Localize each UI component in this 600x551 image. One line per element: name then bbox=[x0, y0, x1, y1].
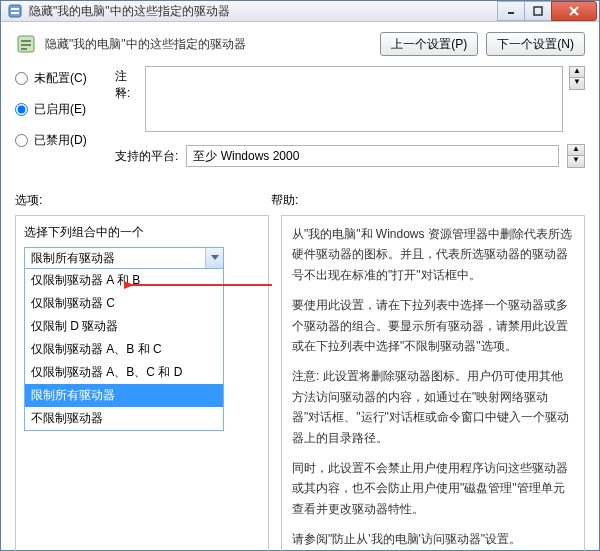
help-label: 帮助: bbox=[271, 192, 298, 209]
platform-label: 支持的平台: bbox=[115, 148, 178, 165]
radio-disabled[interactable]: 已禁用(D) bbox=[15, 132, 107, 149]
radio-label: 已禁用(D) bbox=[34, 132, 87, 149]
dropdown-item[interactable]: 仅限制驱动器 A、B、C 和 D bbox=[25, 361, 223, 384]
window-title: 隐藏"我的电脑"中的这些指定的驱动器 bbox=[29, 3, 498, 20]
help-panel: 从"我的电脑"和 Windows 资源管理器中删除代表所选硬件驱动器的图标。并且… bbox=[281, 215, 585, 551]
svg-rect-1 bbox=[11, 8, 19, 10]
lower-panels: 选择下列组合中的一个 限制所有驱动器 仅限制驱动器 A 和 B 仅限制驱动器 C… bbox=[15, 215, 585, 551]
combo-display[interactable]: 限制所有驱动器 bbox=[24, 247, 224, 269]
radio-enabled[interactable]: 已启用(E) bbox=[15, 101, 107, 118]
dropdown-item[interactable]: 限制所有驱动器 bbox=[25, 384, 223, 407]
dropdown-item[interactable]: 仅限制驱动器 C bbox=[25, 292, 223, 315]
options-label: 选项: bbox=[15, 192, 271, 209]
svg-rect-0 bbox=[9, 5, 21, 17]
dropdown-item[interactable]: 仅限制 D 驱动器 bbox=[25, 315, 223, 338]
dropdown-item[interactable]: 仅限制驱动器 A 和 B bbox=[25, 269, 223, 292]
svg-rect-4 bbox=[534, 7, 542, 15]
restrict-drives-combo[interactable]: 限制所有驱动器 仅限制驱动器 A 和 B 仅限制驱动器 C 仅限制 D 驱动器 … bbox=[24, 247, 224, 269]
svg-line-6 bbox=[570, 7, 578, 15]
header-row: 隐藏"我的电脑"中的这些指定的驱动器 上一个设置(P) 下一个设置(N) bbox=[15, 32, 585, 56]
close-button[interactable] bbox=[551, 1, 597, 21]
help-text: 要使用此设置，请在下拉列表中选择一个驱动器或多个驱动器的组合。要显示所有驱动器，… bbox=[292, 295, 574, 356]
comment-textarea[interactable] bbox=[145, 66, 563, 132]
policy-editor-window: 隐藏"我的电脑"中的这些指定的驱动器 隐藏"我的电脑"中的这些指定的驱动器 上一… bbox=[0, 0, 600, 551]
content-area: 隐藏"我的电脑"中的这些指定的驱动器 上一个设置(P) 下一个设置(N) 未配置… bbox=[1, 22, 599, 551]
radio-label: 已启用(E) bbox=[34, 101, 86, 118]
window-buttons bbox=[498, 1, 597, 21]
section-labels: 选项: 帮助: bbox=[15, 192, 585, 209]
combo-value: 限制所有驱动器 bbox=[31, 250, 115, 267]
comment-label: 注释: bbox=[115, 66, 139, 132]
titlebar: 隐藏"我的电脑"中的这些指定的驱动器 bbox=[1, 1, 599, 22]
help-text: 从"我的电脑"和 Windows 资源管理器中删除代表所选硬件驱动器的图标。并且… bbox=[292, 224, 574, 285]
minimize-button[interactable] bbox=[497, 1, 525, 21]
combo-dropdown: 仅限制驱动器 A 和 B 仅限制驱动器 C 仅限制 D 驱动器 仅限制驱动器 A… bbox=[24, 269, 224, 431]
svg-rect-2 bbox=[11, 12, 19, 14]
help-text: 请参阅"防止从'我的电脑'访问驱动器"设置。 bbox=[292, 529, 574, 549]
svg-line-5 bbox=[570, 7, 578, 15]
chevron-down-icon bbox=[205, 248, 223, 268]
state-radios: 未配置(C) 已启用(E) 已禁用(D) bbox=[15, 66, 107, 149]
comment-spinner: ▲ ▼ bbox=[569, 66, 585, 132]
maximize-button[interactable] bbox=[524, 1, 552, 21]
upper-form: 未配置(C) 已启用(E) 已禁用(D) 注释: ▲ ▼ 支持的平台: 至少 W… bbox=[15, 66, 585, 168]
prev-setting-button[interactable]: 上一个设置(P) bbox=[380, 32, 478, 56]
next-setting-button[interactable]: 下一个设置(N) bbox=[486, 32, 585, 56]
radio-label: 未配置(C) bbox=[34, 70, 87, 87]
help-text: 同时，此设置不会禁止用户使用程序访问这些驱动器或其内容，也不会防止用户使用"磁盘… bbox=[292, 458, 574, 519]
help-text: 注意: 此设置将删除驱动器图标。用户仍可使用其他方法访问驱动器的内容，如通过在"… bbox=[292, 366, 574, 448]
dropdown-item[interactable]: 不限制驱动器 bbox=[25, 407, 223, 430]
spin-down-icon[interactable]: ▼ bbox=[569, 78, 585, 90]
combo-label: 选择下列组合中的一个 bbox=[24, 224, 260, 241]
dropdown-item[interactable]: 仅限制驱动器 A、B 和 C bbox=[25, 338, 223, 361]
options-panel: 选择下列组合中的一个 限制所有驱动器 仅限制驱动器 A 和 B 仅限制驱动器 C… bbox=[15, 215, 269, 551]
platform-field: 至少 Windows 2000 bbox=[186, 145, 559, 167]
policy-icon bbox=[15, 33, 37, 55]
header-text: 隐藏"我的电脑"中的这些指定的驱动器 bbox=[45, 36, 372, 53]
spin-down-icon[interactable]: ▼ bbox=[567, 156, 585, 168]
platform-value: 至少 Windows 2000 bbox=[193, 148, 299, 165]
radio-unconfigured[interactable]: 未配置(C) bbox=[15, 70, 107, 87]
window-icon bbox=[7, 3, 23, 19]
platform-spinner: ▲ ▼ bbox=[567, 144, 585, 168]
